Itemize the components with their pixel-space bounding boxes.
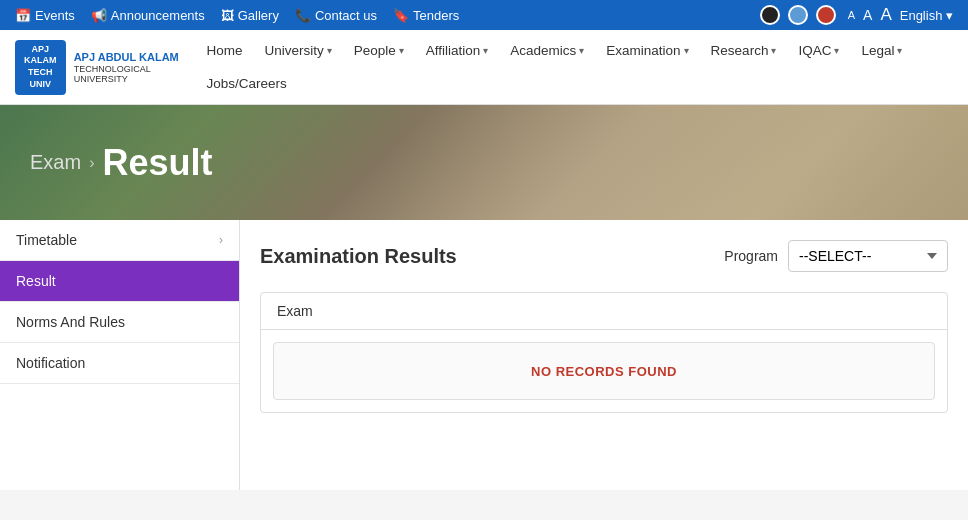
sidebar-norms-label: Norms And Rules [16, 314, 125, 330]
chevron-down-icon: ▾ [897, 45, 902, 56]
gallery-label: Gallery [238, 8, 279, 23]
logo-line1: APJ ABDUL KALAM [74, 50, 197, 64]
nav-academics[interactable]: Academics ▾ [500, 35, 594, 66]
nav-people[interactable]: People ▾ [344, 35, 414, 66]
logo-box: APJKALAMTECHUNIV [15, 40, 66, 95]
top-bar: 📅 Events 📢 Announcements 🖼 Gallery 📞 Con… [0, 0, 968, 30]
events-link[interactable]: 📅 Events [15, 8, 75, 23]
nav-research-label: Research [711, 43, 769, 58]
chevron-down-icon: ▾ [834, 45, 839, 56]
sidebar-notification-label: Notification [16, 355, 85, 371]
language-label: English [900, 8, 943, 23]
exam-card-header: Exam [261, 293, 947, 330]
contact-label: Contact us [315, 8, 377, 23]
nav-academics-label: Academics [510, 43, 576, 58]
program-label: Program [724, 248, 778, 264]
nav-home-label: Home [206, 43, 242, 58]
font-small-button[interactable]: A [848, 9, 855, 21]
breadcrumb: Exam › Result [30, 142, 212, 184]
nav-iqac-label: IQAC [798, 43, 831, 58]
calendar-icon: 📅 [15, 8, 31, 23]
phone-icon: 📞 [295, 8, 311, 23]
nav-legal-label: Legal [861, 43, 894, 58]
gallery-link[interactable]: 🖼 Gallery [221, 8, 279, 23]
sidebar-item-notification[interactable]: Notification [0, 343, 239, 384]
program-selector: Program --SELECT-- B.Tech M.Tech MCA MBA… [724, 240, 948, 272]
nav-research[interactable]: Research ▾ [701, 35, 787, 66]
chevron-down-icon: ▾ [483, 45, 488, 56]
logo-text: APJKALAMTECHUNIV [24, 44, 57, 91]
tag-icon: 🔖 [393, 8, 409, 23]
chevron-down-icon: ▾ [771, 45, 776, 56]
nav-links: Home University ▾ People ▾ Affiliation ▾… [196, 35, 953, 99]
sidebar-result-label: Result [16, 273, 56, 289]
announcements-link[interactable]: 📢 Announcements [91, 8, 205, 23]
font-large-button[interactable]: A [880, 5, 891, 25]
hero-text: Exam › Result [0, 122, 242, 204]
sidebar: Timetable › Result Norms And Rules Notif… [0, 220, 240, 490]
breadcrumb-exam: Exam [30, 151, 81, 174]
nav-jobs[interactable]: Jobs/Careers [196, 68, 296, 99]
content-area: Examination Results Program --SELECT-- B… [240, 220, 968, 490]
nav-examination[interactable]: Examination ▾ [596, 35, 698, 66]
tenders-link[interactable]: 🔖 Tenders [393, 8, 459, 23]
sidebar-item-timetable[interactable]: Timetable › [0, 220, 239, 261]
breadcrumb-arrow: › [89, 154, 94, 172]
dark-theme-button[interactable] [760, 5, 780, 25]
blue-theme-button[interactable] [788, 5, 808, 25]
logo-area: APJKALAMTECHUNIV APJ ABDUL KALAM TECHNOL… [15, 40, 196, 95]
hero-overlay [387, 105, 968, 220]
top-bar-links: 📅 Events 📢 Announcements 🖼 Gallery 📞 Con… [15, 8, 459, 23]
language-button[interactable]: English ▾ [900, 8, 953, 23]
bell-icon: 📢 [91, 8, 107, 23]
logo-name-area: APJ ABDUL KALAM TECHNOLOGICAL UNIVERSITY [74, 50, 197, 84]
nav-affiliation[interactable]: Affiliation ▾ [416, 35, 499, 66]
nav-university[interactable]: University ▾ [254, 35, 341, 66]
nav-iqac[interactable]: IQAC ▾ [788, 35, 849, 66]
sidebar-item-norms[interactable]: Norms And Rules [0, 302, 239, 343]
image-icon: 🖼 [221, 8, 234, 23]
chevron-down-icon: ▾ [399, 45, 404, 56]
page-footer [0, 490, 968, 520]
nav-jobs-label: Jobs/Careers [206, 76, 286, 91]
nav-examination-label: Examination [606, 43, 680, 58]
sidebar-timetable-label: Timetable [16, 232, 77, 248]
breadcrumb-result: Result [102, 142, 212, 184]
no-records-box: NO RECORDS FOUND [273, 342, 935, 400]
no-records-text: NO RECORDS FOUND [531, 364, 677, 379]
hero-banner: Exam › Result [0, 105, 968, 220]
content-header: Examination Results Program --SELECT-- B… [260, 240, 948, 272]
tenders-label: Tenders [413, 8, 459, 23]
nav-people-label: People [354, 43, 396, 58]
exam-card: Exam NO RECORDS FOUND [260, 292, 948, 413]
events-label: Events [35, 8, 75, 23]
nav-affiliation-label: Affiliation [426, 43, 481, 58]
chevron-down-icon: ▾ [684, 45, 689, 56]
nav-legal[interactable]: Legal ▾ [851, 35, 912, 66]
contact-link[interactable]: 📞 Contact us [295, 8, 377, 23]
nav-home[interactable]: Home [196, 35, 252, 66]
main-content: Timetable › Result Norms And Rules Notif… [0, 220, 968, 490]
announcements-label: Announcements [111, 8, 205, 23]
nav-university-label: University [264, 43, 323, 58]
chevron-right-icon: › [219, 233, 223, 247]
red-theme-button[interactable] [816, 5, 836, 25]
page-title: Examination Results [260, 245, 457, 268]
chevron-down-icon: ▾ [579, 45, 584, 56]
font-medium-button[interactable]: A [863, 7, 872, 23]
sidebar-item-result[interactable]: Result [0, 261, 239, 302]
nav-bar: APJKALAMTECHUNIV APJ ABDUL KALAM TECHNOL… [0, 30, 968, 105]
logo-line2: TECHNOLOGICAL UNIVERSITY [74, 64, 197, 84]
program-select[interactable]: --SELECT-- B.Tech M.Tech MCA MBA PhD [788, 240, 948, 272]
top-bar-controls: A A A English ▾ [760, 5, 953, 25]
chevron-down-icon: ▾ [327, 45, 332, 56]
